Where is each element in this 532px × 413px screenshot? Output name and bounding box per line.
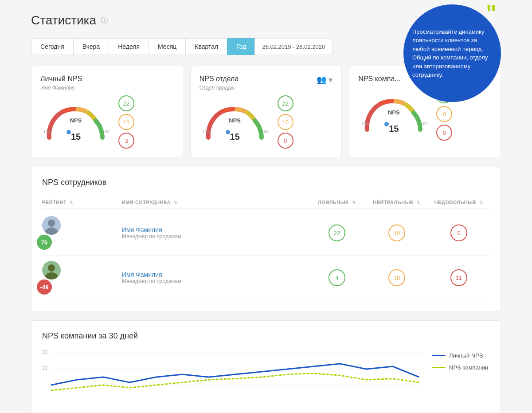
svg-text:30: 30 xyxy=(42,349,47,355)
nps-card-department: NPS отдела Отдел продаж 👥 ▾ -100 xyxy=(190,66,342,158)
unhappy-cell-1: 0 xyxy=(428,224,490,241)
department-select-icon[interactable]: 👥 ▾ xyxy=(317,75,332,85)
sort-neutral-icon[interactable]: ⇅ xyxy=(417,201,421,205)
tab-year[interactable]: Год xyxy=(227,38,255,55)
avatar-wrapper-1: 76 xyxy=(42,216,61,250)
gauge-label-personal: NPS xyxy=(70,117,82,124)
employee-role-1: Менеджер по продажам xyxy=(122,233,308,240)
table-row: 76 Имя Фамилия Менеджер по продажам 22 1… xyxy=(42,211,490,256)
gauge-label-dept: NPS xyxy=(229,117,241,124)
personal-promoters-badge: 22 xyxy=(118,95,134,111)
employees-section: NPS сотрудников Рейтинг ⇅ Имя сотрудника… xyxy=(31,167,501,311)
employee-info-2: Имя Фамилия Менеджер по продажам xyxy=(122,271,308,284)
company-nps-gauge: -100 100 NPS 15 xyxy=(358,94,429,134)
svg-point-4 xyxy=(48,220,55,227)
company-nps-title: NPS компа... xyxy=(358,75,400,83)
department-nps-gauge: -100 100 NPS 15 xyxy=(200,102,270,142)
col-rating: Рейтинг ⇅ xyxy=(42,200,122,205)
employee-role-2: Менеджер по продажам xyxy=(122,278,308,284)
col-loyal: Лояльные ⇅ xyxy=(308,200,366,205)
company-nps-value: 15 xyxy=(389,124,399,134)
neutral-cell-2: 18 xyxy=(366,269,428,286)
nps-card-personal: Личный NPS Имя Фамилия xyxy=(31,66,183,158)
company-neutral-badge: 0 xyxy=(436,106,452,122)
dept-neutral-badge: 10 xyxy=(278,114,293,130)
sort-unhappy-icon[interactable]: ⇅ xyxy=(480,201,484,205)
quote-icon: " xyxy=(486,2,497,24)
company-detractors-badge: 0 xyxy=(436,125,452,141)
col-unhappy: Недовольные ⇅ xyxy=(428,200,490,205)
rating-badge-1: 76 xyxy=(37,235,52,250)
gauge-range-right-personal: 100 xyxy=(103,130,110,134)
employee-cell-1: 76 xyxy=(42,216,122,250)
unhappy-cell-2: 11 xyxy=(428,269,490,286)
legend-line-personal xyxy=(432,355,446,356)
col-neutral: Нейтральные ⇅ xyxy=(366,200,428,205)
legend-label-company: NPS компании xyxy=(449,364,488,371)
tab-yesterday[interactable]: Вчера xyxy=(73,38,109,55)
chart-section: NPS компании за 30 дней 30 20 xyxy=(31,320,501,413)
chart-svg-wrapper: 30 20 xyxy=(42,348,423,403)
personal-neutral-badge: 10 xyxy=(118,114,134,130)
department-nps-value: 15 xyxy=(230,132,240,142)
tab-week[interactable]: Неделя xyxy=(109,38,149,55)
chart-area: 30 20 Личный NPS xyxy=(42,348,490,403)
date-range: 26.02.2019 - 26.02.2020 xyxy=(254,39,332,55)
avatar-wrapper-2: -49 xyxy=(42,261,61,295)
department-nps-title: NPS отдела xyxy=(200,75,239,83)
personal-nps-value: 15 xyxy=(71,132,81,142)
dept-detractors-badge: 0 xyxy=(278,133,293,149)
gauge-range-right-dept: 100 xyxy=(262,130,269,134)
sort-loyal-icon[interactable]: ⇅ xyxy=(352,201,356,205)
loyal-badge-1: 22 xyxy=(329,224,345,241)
avatar-2 xyxy=(42,261,61,279)
loyal-cell-1: 22 xyxy=(308,224,366,241)
sort-rating-icon[interactable]: ⇅ xyxy=(70,201,74,205)
unhappy-badge-1: 0 xyxy=(450,224,467,241)
info-icon[interactable]: ⓘ xyxy=(101,16,108,25)
chart-legend: Личный NPS NPS компании xyxy=(432,348,490,403)
page-title: Статистика xyxy=(31,13,96,28)
gauge-range-left-dept: -100 xyxy=(201,130,209,134)
department-nps-subtitle: Отдел продаж xyxy=(200,85,239,91)
personal-score-badges: 22 10 3 xyxy=(118,95,134,149)
tab-month[interactable]: Месяц xyxy=(149,38,185,55)
neutral-badge-1: 10 xyxy=(388,224,405,241)
personal-nps-title: Личный NPS xyxy=(40,75,82,83)
table-row: -49 Имя Фамилия Менеджер по продажам 4 1… xyxy=(42,256,490,300)
svg-point-7 xyxy=(48,264,55,271)
employee-info-1: Имя Фамилия Менеджер по продажам xyxy=(122,226,308,240)
gauge-range-right-company: 100 xyxy=(421,122,427,126)
tab-quarter[interactable]: Квартал xyxy=(185,38,227,55)
svg-text:20: 20 xyxy=(42,365,47,371)
personal-detractors-badge: 3 xyxy=(118,133,134,149)
loyal-badge-2: 4 xyxy=(329,269,345,286)
sort-name-icon[interactable]: ⇅ xyxy=(174,201,178,205)
tab-today[interactable]: Сегодня xyxy=(31,38,73,55)
loyal-cell-2: 4 xyxy=(308,269,366,286)
gauge-range-left-company: -100 xyxy=(360,122,368,126)
neutral-badge-2: 18 xyxy=(388,269,405,286)
legend-line-company xyxy=(432,367,446,368)
unhappy-badge-2: 11 xyxy=(450,269,467,286)
department-score-badges: 22 10 0 xyxy=(278,95,293,149)
employees-section-title: NPS сотрудников xyxy=(42,178,490,187)
avatar-1 xyxy=(42,216,61,235)
chart-title: NPS компании за 30 дней xyxy=(42,331,490,341)
employee-name-1[interactable]: Имя Фамилия xyxy=(122,226,308,233)
tooltip-text: Просматривайте динамику лояльности клиен… xyxy=(403,19,501,88)
personal-nps-subtitle: Имя Фамилия xyxy=(40,85,82,91)
legend-personal: Личный NPS xyxy=(432,352,490,359)
dept-promoters-badge: 22 xyxy=(278,95,293,111)
table-header: Рейтинг ⇅ Имя сотрудника ⇅ Лояльные ⇅ Не… xyxy=(42,196,490,209)
employee-name-2[interactable]: Имя Фамилия xyxy=(122,271,308,278)
gauge-label-company: NPS xyxy=(388,109,400,116)
tooltip-bubble: " Просматривайте динамику лояльности кли… xyxy=(403,4,501,102)
neutral-cell-1: 10 xyxy=(366,224,428,241)
employees-table: Рейтинг ⇅ Имя сотрудника ⇅ Лояльные ⇅ Не… xyxy=(42,196,490,300)
legend-label-personal: Личный NPS xyxy=(449,352,483,359)
legend-company: NPS компании xyxy=(432,364,490,371)
rating-badge-2: -49 xyxy=(37,279,52,295)
col-name: Имя сотрудника ⇅ xyxy=(122,200,308,205)
gauge-range-left-personal: -100 xyxy=(42,130,50,134)
